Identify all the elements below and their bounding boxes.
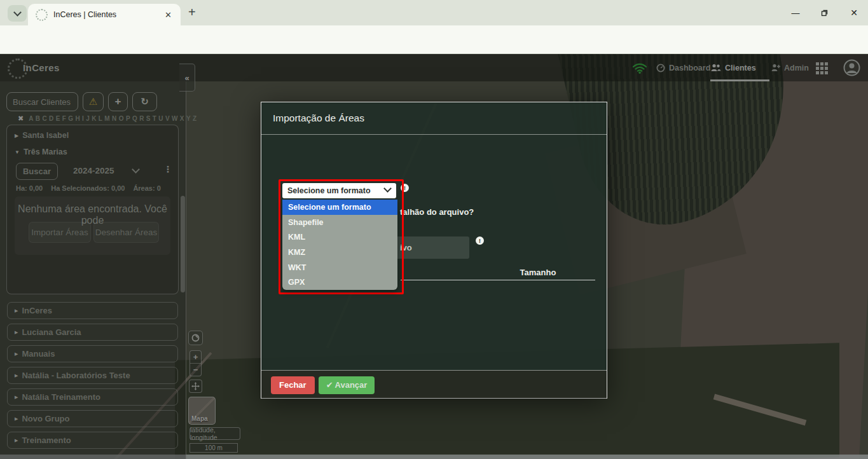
avancar-label: Avançar	[335, 380, 368, 390]
format-dropdown-list: Selecione um formato Shapefile KML KMZ W…	[282, 200, 397, 290]
import-areas-modal: Importação de Áreas ivo talhão do arquiv…	[261, 102, 607, 399]
fechar-button[interactable]: Fechar	[271, 376, 315, 394]
tab-search-button[interactable]	[8, 5, 27, 22]
option-kmz[interactable]: KMZ	[282, 245, 397, 260]
check-icon: ✔	[326, 380, 333, 390]
avancar-button[interactable]: ✔ Avançar	[319, 376, 375, 394]
window-restore-button[interactable]	[816, 5, 833, 20]
site-favicon-icon	[36, 9, 48, 21]
modal-body: ivo talhão do arquivo? ! ! Tamanho Selec…	[261, 135, 607, 370]
browser-tab-strip: InCeres | Clientes ✕ + — ✕	[0, 0, 868, 25]
option-kml[interactable]: KML	[282, 230, 397, 245]
browser-toolbar: ← → ↻ dashboard.inceres.com.br/clientes.…	[0, 25, 868, 54]
info-icon[interactable]: !	[476, 236, 484, 245]
chevron-down-icon	[385, 188, 390, 191]
format-select-value: Selecione um formato	[287, 186, 371, 195]
browser-tab[interactable]: InCeres | Clientes ✕	[28, 4, 181, 25]
option-shapefile[interactable]: Shapefile	[282, 215, 397, 230]
option-wkt[interactable]: WKT	[282, 260, 397, 275]
modal-title: Importação de Áreas	[273, 113, 364, 124]
new-tab-button[interactable]: +	[184, 4, 200, 20]
annotation-highlight-box: Selecione um formato Selecione um format…	[279, 179, 404, 294]
restore-icon	[821, 9, 829, 17]
modal-header: Importação de Áreas	[261, 102, 607, 135]
modal-footer: Fechar ✔ Avançar	[261, 370, 607, 399]
tab-close-icon[interactable]: ✕	[162, 9, 174, 21]
option-selecione-um-formato[interactable]: Selecione um formato	[282, 200, 397, 215]
table-header-tamanho: Tamanho	[503, 268, 573, 277]
option-gpx[interactable]: GPX	[282, 275, 397, 290]
window-minimize-button[interactable]: —	[787, 5, 804, 20]
format-select[interactable]: Selecione um formato	[282, 183, 396, 198]
checkbox-question-fragment: talhão do arquivo?	[400, 207, 474, 217]
tab-title: InCeres | Clientes	[53, 10, 156, 19]
window-close-button[interactable]: ✕	[846, 5, 862, 20]
chevron-down-icon	[13, 8, 22, 17]
table-header-divider	[401, 280, 595, 280]
page-viewport: InCeres Dashboard Clientes	[0, 54, 868, 459]
